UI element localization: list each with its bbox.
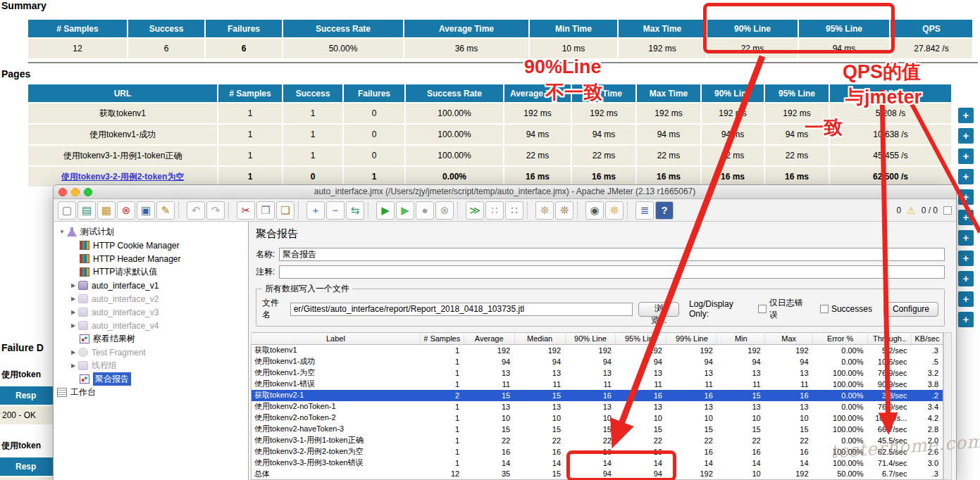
grid-value-cell: 100.00%	[813, 412, 868, 424]
filename-input[interactable]	[290, 303, 633, 316]
collapsed-arrow-icon[interactable]: ▶	[68, 309, 78, 315]
grid-row[interactable]: 使用tokenv1-为空113131313131313100.00%76.9/s…	[252, 367, 943, 379]
close-window-button[interactable]	[58, 188, 67, 196]
expand-row-button[interactable]: +	[958, 128, 974, 144]
new-file-icon[interactable]: ▢	[58, 201, 76, 220]
save-icon[interactable]: ▣	[137, 201, 155, 220]
expand-row-button[interactable]: +	[958, 108, 974, 123]
collapsed-arrow-icon[interactable]: ▶	[68, 296, 78, 302]
grid-column-header[interactable]: Max	[765, 333, 813, 345]
grid-row[interactable]: 使用tokenv1-成功1949494949494940.00%10.6/sec…	[252, 356, 943, 367]
grid-column-header[interactable]: KB/sec	[911, 333, 943, 345]
tree-item[interactable]: ▶auto_interface_v3	[54, 305, 248, 319]
paste-icon[interactable]: ❏	[276, 201, 294, 220]
grid-column-header[interactable]: 90% Line	[565, 333, 616, 345]
tree-item[interactable]: ▼测试计划	[54, 225, 248, 239]
toggle-icon[interactable]: ⇆	[346, 201, 364, 220]
expand-row-button[interactable]: +	[958, 230, 974, 246]
collapsed-arrow-icon[interactable]: ▶	[68, 282, 78, 289]
grid-column-header[interactable]: # Samples	[420, 333, 464, 345]
search-reset-icon[interactable]: ❊	[605, 201, 624, 220]
expand-row-button[interactable]: +	[958, 312, 974, 327]
table-scrollbar[interactable]	[943, 332, 952, 480]
grid-row[interactable]: 总体12351594941921019250.00%6.7/sec.3	[252, 469, 943, 480]
tree-item[interactable]: ▶auto_interface_v4	[54, 319, 248, 332]
errors-only-checkbox[interactable]	[758, 305, 767, 313]
copy-icon[interactable]: ❐	[256, 201, 275, 220]
expand-row-button[interactable]: +	[958, 251, 974, 266]
redo-icon[interactable]: ↷	[206, 201, 225, 220]
zoom-window-button[interactable]	[84, 188, 92, 196]
grid-row[interactable]: 获取tokenv111921921921921921921920.00%5.2/…	[252, 345, 943, 356]
tree-item[interactable]: ▶Test Fragment	[54, 346, 248, 359]
pages-cell: 0	[344, 103, 404, 123]
config-element-icon	[80, 241, 89, 250]
expand-row-button[interactable]: +	[958, 149, 974, 164]
grid-row[interactable]: 使用tokenv2-noToken-2110101010101010100.00…	[252, 412, 943, 424]
grid-row[interactable]: 使用tokenv3-2-用例2-token为空11616161616161610…	[252, 446, 943, 457]
grid-row[interactable]: 使用tokenv1-错误111111111111111100.00%90.9/s…	[252, 379, 943, 390]
tree-item[interactable]: HTTP请求默认值	[54, 265, 248, 279]
grid-column-header[interactable]: 95% Line	[616, 333, 666, 345]
grid-column-header[interactable]: Min	[717, 333, 765, 345]
remote-start-all-icon[interactable]: ∷	[485, 201, 504, 220]
comment-input[interactable]	[279, 265, 945, 279]
search-icon[interactable]: ◉	[585, 201, 604, 220]
tree-item[interactable]: HTTP Cookie Manager	[54, 239, 248, 252]
collapsed-arrow-icon[interactable]: ▶	[68, 349, 78, 355]
remote-start-icon[interactable]: ≫	[466, 201, 484, 220]
clear-icon[interactable]: ❊	[535, 201, 554, 220]
grid-column-header[interactable]: 99% Line	[666, 333, 717, 345]
tree-item[interactable]: HTTP Header Manager	[54, 252, 248, 265]
save-as-icon[interactable]: ✎	[156, 201, 175, 220]
configure-button[interactable]: Configure	[883, 302, 938, 317]
tree-item[interactable]: ▶auto_interface_v1	[54, 279, 248, 292]
grid-row[interactable]: 使用tokenv2-haveToken-3115151515151515100.…	[252, 424, 943, 435]
shutdown-icon[interactable]: ⊗	[435, 201, 454, 220]
summary-divider	[28, 62, 978, 63]
grid-column-header[interactable]: Average	[464, 333, 514, 345]
expand-row-button[interactable]: +	[958, 169, 974, 184]
grid-column-header[interactable]: Error %	[813, 333, 868, 345]
undo-icon[interactable]: ↶	[187, 201, 205, 220]
successes-checkbox[interactable]	[820, 305, 829, 313]
expand-row-button[interactable]: +	[958, 210, 974, 225]
remove-icon[interactable]: −	[326, 201, 345, 220]
templates-icon[interactable]: ▤	[77, 201, 96, 220]
stop-icon[interactable]: ●	[416, 201, 434, 220]
help-icon[interactable]: ?	[655, 201, 674, 220]
grid-row[interactable]: 使用tokenv3-1-用例1-token正确1222222222222220.…	[252, 435, 943, 446]
expand-row-button[interactable]: +	[958, 189, 974, 205]
expand-row-button[interactable]: +	[958, 271, 974, 286]
close-file-icon[interactable]: ⊗	[117, 201, 135, 220]
grid-column-header[interactable]: Median	[514, 333, 565, 345]
expand-row-button[interactable]: +	[958, 291, 974, 307]
clear-all-icon[interactable]: ❊	[555, 201, 573, 220]
grid-row[interactable]: 使用tokenv2-noToken-11131313131313130.00%7…	[252, 401, 943, 412]
tree-item[interactable]: ▶线程组	[54, 359, 248, 372]
tree-item[interactable]: ▶auto_interface_v2	[54, 292, 248, 305]
minimize-window-button[interactable]	[71, 188, 80, 196]
expanded-arrow-icon[interactable]: ▼	[57, 229, 67, 235]
function-helper-icon[interactable]: ≣	[635, 201, 654, 220]
open-folder-icon[interactable]: ▦	[97, 201, 116, 220]
tree-item[interactable]: 察看结果树	[54, 332, 248, 346]
collapsed-arrow-icon[interactable]: ▶	[68, 322, 78, 329]
start-icon[interactable]: ▶	[376, 201, 395, 220]
add-icon[interactable]: +	[306, 201, 325, 220]
grid-column-header[interactable]: Label	[252, 333, 421, 345]
collapsed-arrow-icon[interactable]: ▶	[68, 362, 78, 369]
tree-item[interactable]: 工作台	[54, 386, 248, 399]
browse-button[interactable]: 浏览...	[638, 302, 679, 317]
grid-row[interactable]: 使用tokenv3-3-用例3-token错误11414141414141410…	[252, 457, 943, 469]
name-input[interactable]	[279, 248, 945, 261]
window-titlebar[interactable]: auto_interface.jmx (/Users/zjy/jmeter/sc…	[54, 185, 956, 199]
start-no-timers-icon[interactable]: ▶	[396, 201, 414, 220]
tree-item[interactable]: 聚合报告	[54, 372, 248, 386]
page-url-link[interactable]: 使用tokenv3-2-用例2-token为空	[61, 172, 185, 182]
remote-stop-icon[interactable]: ∷	[505, 201, 523, 220]
cut-icon[interactable]: ✂	[237, 201, 255, 220]
grid-column-header[interactable]: Through..	[867, 333, 911, 345]
grid-row[interactable]: 获取tokenv2-12151516161615160.00%3.8/sec.2	[252, 390, 943, 401]
grid-value-cell: 14	[765, 457, 813, 469]
